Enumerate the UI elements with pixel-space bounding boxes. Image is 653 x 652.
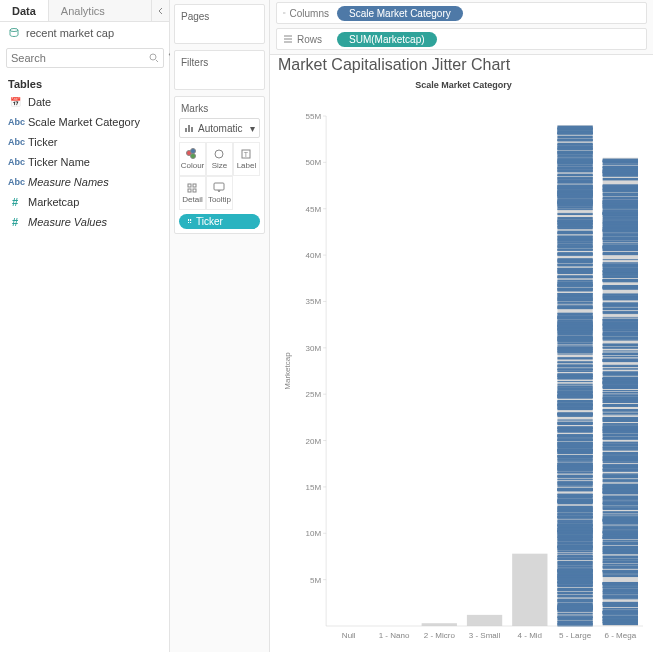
svg-rect-102 [557, 207, 592, 209]
columns-pill[interactable]: Scale Market Category [337, 6, 463, 21]
field-label: Date [28, 94, 51, 110]
text-icon: Abc [8, 134, 22, 150]
svg-point-0 [10, 29, 18, 32]
svg-rect-470 [557, 127, 592, 129]
marks-type-select[interactable]: Automatic ▾ [179, 118, 260, 138]
svg-rect-1012 [603, 311, 638, 312]
svg-rect-499 [557, 542, 592, 543]
svg-rect-292 [557, 522, 592, 524]
svg-rect-241 [557, 548, 592, 550]
rows-shelf-label: Rows [283, 34, 329, 45]
marks-pill-ticker[interactable]: ⠿ Ticker [179, 214, 260, 229]
svg-text:6 - Mega: 6 - Mega [605, 631, 637, 640]
svg-rect-743 [603, 547, 638, 549]
svg-rect-595 [603, 394, 638, 396]
chevron-down-icon: ▾ [250, 123, 255, 134]
svg-rect-1011 [603, 232, 638, 233]
svg-rect-436 [557, 304, 592, 305]
svg-rect-925 [603, 192, 638, 194]
panel-tabs: Data Analytics [0, 0, 169, 22]
marks-tooltip[interactable]: Tooltip [206, 176, 233, 210]
field-row[interactable]: AbcScale Market Category [0, 112, 169, 132]
rows-shelf[interactable]: Rows SUM(Marketcap) [276, 28, 647, 50]
svg-rect-493 [557, 528, 592, 530]
svg-rect-699 [603, 449, 638, 450]
filters-card[interactable]: Filters [174, 50, 265, 90]
svg-rect-976 [603, 328, 638, 330]
svg-rect-901 [603, 307, 638, 310]
svg-rect-972 [603, 541, 638, 544]
svg-rect-17 [188, 189, 191, 192]
chart-canvas[interactable]: 5M10M15M20M25M30M35M40M45M50M55MMarketca… [278, 108, 649, 648]
marks-label[interactable]: T Label [233, 142, 260, 176]
svg-point-11 [191, 154, 196, 159]
svg-rect-981 [603, 223, 638, 224]
svg-rect-986 [603, 378, 638, 379]
svg-rect-859 [603, 517, 638, 519]
svg-rect-481 [557, 611, 592, 612]
marks-size[interactable]: Size [206, 142, 233, 176]
svg-rect-530 [557, 200, 592, 202]
svg-rect-715 [603, 270, 638, 272]
field-row[interactable]: AbcTicker Name [0, 152, 169, 172]
svg-rect-175 [557, 282, 592, 283]
tab-data[interactable]: Data [0, 0, 49, 21]
svg-rect-505 [557, 204, 592, 207]
svg-rect-524 [557, 226, 592, 228]
svg-rect-668 [603, 259, 638, 260]
svg-rect-849 [603, 462, 638, 463]
svg-rect-164 [557, 401, 592, 402]
svg-rect-520 [557, 445, 592, 447]
field-row[interactable]: AbcMeasure Names [0, 172, 169, 192]
pages-card[interactable]: Pages [174, 4, 265, 44]
marks-detail[interactable]: Detail [179, 176, 206, 210]
search-input[interactable] [11, 52, 149, 64]
svg-rect-350 [557, 259, 592, 260]
field-row[interactable]: 📅Date [0, 92, 169, 112]
field-row[interactable]: #Marketcap [0, 192, 169, 212]
svg-rect-510 [557, 615, 592, 616]
svg-rect-974 [603, 233, 638, 236]
svg-rect-478 [557, 579, 592, 581]
rows-pill[interactable]: SUM(Marketcap) [337, 32, 437, 47]
svg-text:1 - Nano: 1 - Nano [379, 631, 410, 640]
svg-rect-442 [557, 160, 592, 162]
svg-rect-924 [603, 540, 638, 541]
tab-analytics[interactable]: Analytics [49, 0, 151, 21]
marks-colour[interactable]: Colour [179, 142, 206, 176]
svg-rect-444 [557, 184, 592, 186]
datasource-row[interactable]: recent market cap [0, 22, 169, 44]
svg-text:20M: 20M [306, 437, 322, 446]
field-row[interactable]: #Measure Values [0, 212, 169, 232]
field-row[interactable]: AbcTicker [0, 132, 169, 152]
svg-rect-371 [557, 384, 592, 385]
svg-rect-786 [603, 207, 638, 208]
columns-shelf[interactable]: Columns Scale Market Category [276, 2, 647, 24]
detail-icon [186, 182, 198, 194]
text-icon: Abc [8, 154, 22, 170]
svg-rect-327 [557, 371, 592, 372]
svg-rect-935 [603, 246, 638, 249]
pages-card-title: Pages [179, 9, 260, 26]
svg-rect-1008 [603, 438, 638, 439]
svg-rect-1004 [603, 621, 638, 622]
svg-rect-1017 [603, 432, 638, 433]
svg-rect-418 [557, 289, 592, 291]
svg-rect-85 [557, 460, 592, 462]
svg-rect-909 [603, 273, 638, 275]
svg-rect-390 [557, 531, 592, 533]
svg-rect-752 [603, 337, 638, 339]
svg-rect-110 [557, 302, 592, 304]
svg-rect-466 [557, 235, 592, 236]
svg-rect-122 [557, 342, 592, 344]
svg-rect-542 [557, 593, 592, 594]
svg-rect-455 [557, 167, 592, 169]
svg-rect-511 [557, 348, 592, 349]
collapse-panel-icon[interactable] [151, 0, 169, 21]
svg-rect-765 [603, 373, 638, 376]
svg-rect-380 [557, 296, 592, 297]
svg-rect-494 [557, 245, 592, 248]
svg-rect-797 [603, 574, 638, 576]
svg-text:Marketcap: Marketcap [283, 352, 292, 390]
svg-rect-810 [603, 537, 638, 539]
